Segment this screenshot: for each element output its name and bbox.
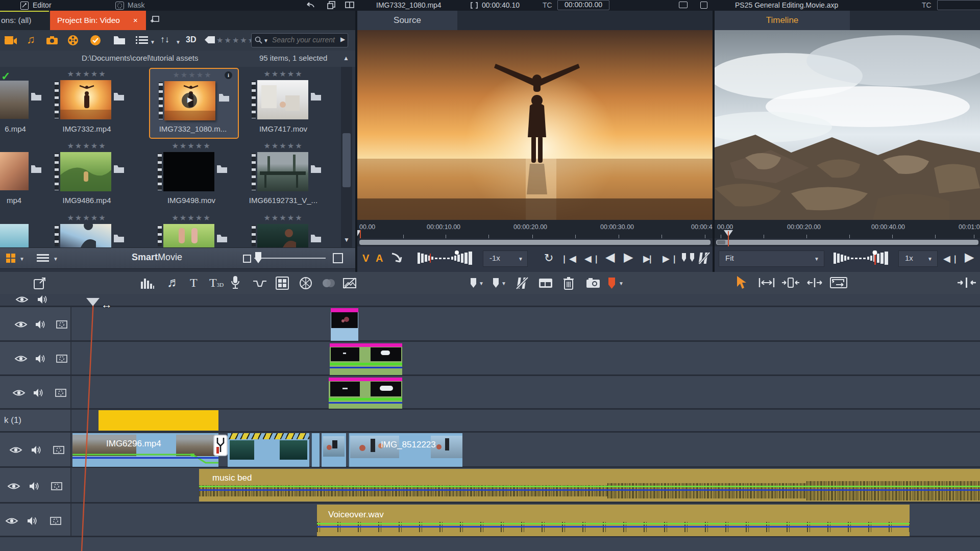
chevron-down-icon[interactable]: ▼ [479, 281, 484, 286]
search-box[interactable]: ▼ ▶ [251, 33, 348, 47]
undock-monitor-icon[interactable] [679, 2, 688, 8]
play-icon[interactable]: ▶ [624, 249, 633, 265]
track-monitor-icon[interactable] [53, 446, 64, 454]
menu-icon[interactable] [37, 254, 49, 262]
bin-item-label[interactable]: IMG9486.mp4 [48, 196, 125, 205]
tab-timeline[interactable]: Timeline [715, 11, 850, 30]
search-scope-dropdown-icon[interactable]: ▼ [263, 38, 268, 43]
movie-reel-icon[interactable] [67, 35, 79, 46]
play-reverse-icon[interactable]: ◀ [605, 249, 615, 265]
timeline-track-1[interactable]: k (1) [0, 410, 980, 433]
marker-out-icon[interactable] [493, 278, 499, 288]
undo-arrow-icon[interactable] [305, 2, 315, 9]
eye-icon[interactable] [5, 517, 18, 525]
video-clip-img6296[interactable]: IMG6296.mp4 [72, 433, 218, 467]
bin-item-thumbnail[interactable] [60, 80, 111, 119]
chevron-down-icon[interactable]: ▼ [619, 281, 624, 286]
bin-item-label[interactable]: IMG7417.mov [245, 124, 322, 133]
track-monitor-icon[interactable] [56, 320, 67, 329]
split-tracks-icon[interactable] [806, 277, 823, 288]
speaker-icon[interactable] [29, 482, 40, 491]
bin-item-thumbnail[interactable] [257, 224, 308, 247]
rating-stars[interactable]: ★★★★★ [158, 141, 225, 151]
eye-icon[interactable] [15, 295, 29, 304]
new-tab-icon[interactable] [150, 15, 159, 23]
rating-stars[interactable]: ★★★★★ [250, 213, 316, 222]
timeline-preview-ruler[interactable]: 00.00 00:00:20.00 00:00:40.00 00:01:0 [715, 220, 980, 238]
export-window-icon[interactable] [34, 277, 46, 289]
speaker-icon[interactable] [31, 445, 42, 455]
magnet-snap-icon[interactable] [958, 277, 976, 288]
volume-line[interactable] [199, 486, 980, 487]
marker-add-icon[interactable] [608, 278, 615, 289]
rating-stars[interactable]: ★★★★★ [250, 69, 316, 79]
rating-stars[interactable]: ★★★★★ [158, 213, 225, 222]
view-dropdown-icon[interactable]: ▼ [19, 256, 24, 262]
timeline-track-music[interactable]: music bed [0, 468, 980, 504]
eye-icon[interactable] [9, 446, 22, 454]
timeline-nav-track[interactable] [0, 294, 980, 307]
list-view-dropdown-icon[interactable]: ▼ [150, 39, 155, 45]
bin-item-thumbnail[interactable]: ▶ [164, 81, 215, 120]
zoom-out-thumb-icon[interactable] [243, 255, 251, 263]
razor-disabled-icon[interactable] [516, 277, 529, 290]
sort-icon[interactable]: ↑↓ [160, 34, 169, 45]
title-tool-icon[interactable]: T [190, 276, 198, 290]
filter-3d-button[interactable]: 3D [186, 35, 196, 44]
speaker-icon[interactable] [27, 516, 38, 525]
video-clip-small[interactable] [322, 433, 346, 467]
timeline-scrollbar-thumb[interactable] [717, 240, 725, 244]
track-monitor-icon[interactable] [50, 517, 61, 525]
sort-dropdown-icon[interactable]: ▼ [176, 39, 181, 45]
volume-keyframe-icon[interactable] [253, 280, 267, 287]
thumbnail-view-icon[interactable] [6, 254, 15, 263]
speaker-icon[interactable] [37, 295, 48, 304]
timeline-track[interactable] [0, 376, 980, 410]
send-to-timeline-icon[interactable] [391, 252, 404, 265]
blur-effect-icon[interactable] [322, 278, 336, 288]
eye-icon[interactable] [12, 389, 26, 397]
selection-tool-icon[interactable] [736, 276, 747, 290]
chevron-down-icon[interactable]: ▼ [501, 281, 506, 286]
bin-item-thumbnail[interactable] [60, 152, 111, 191]
playhead-handle[interactable] [86, 298, 100, 306]
track-monitor-icon[interactable] [51, 482, 62, 490]
bin-item-thumbnail[interactable] [257, 152, 308, 191]
tab-source[interactable]: Source [357, 11, 457, 30]
fullscreen-monitor-icon[interactable] [700, 2, 707, 9]
title-3d-tool-icon[interactable]: T3D [209, 276, 224, 290]
track-monitor-icon[interactable] [56, 355, 67, 363]
scroll-up-icon[interactable]: ▲ [343, 55, 349, 62]
yellow-marker-clip[interactable] [99, 410, 218, 431]
audio-clip-voiceover[interactable]: Voiceover.wav [317, 505, 910, 536]
mark-out-icon[interactable] [690, 253, 694, 262]
microphone-icon[interactable] [231, 276, 240, 290]
source-scrollbar[interactable] [359, 240, 710, 245]
title-clip[interactable] [330, 343, 402, 375]
eye-icon[interactable] [14, 355, 28, 363]
loop-region-icon[interactable] [830, 277, 847, 288]
track-monitor-icon[interactable] [55, 389, 66, 397]
scrub-zoom-widget[interactable] [418, 251, 477, 266]
play-overlay-icon[interactable]: ▶ [182, 93, 197, 108]
scroll-down-icon[interactable]: ▼ [344, 236, 350, 243]
smartmovie-label[interactable]: SmartMovie [132, 252, 182, 263]
menu-dropdown-icon[interactable]: ▼ [53, 256, 58, 262]
bin-item-thumbnail[interactable] [0, 224, 29, 247]
timeline-track-video[interactable]: IMG6296.mp4 IMG_8512223 [0, 433, 980, 468]
frame-back-icon[interactable]: ◀▕ [584, 251, 597, 267]
search-expand-icon[interactable]: ▶ [340, 36, 345, 43]
bin-item-thumbnail[interactable] [163, 152, 214, 191]
video-clip-sliver[interactable] [311, 433, 320, 467]
check-circle-icon[interactable] [90, 35, 101, 46]
skip-end-icon[interactable]: ▶▕ [663, 251, 675, 267]
volume-line[interactable] [317, 523, 910, 524]
timeline-video-frame[interactable] [715, 30, 980, 220]
list-view-icon[interactable] [136, 36, 148, 44]
search-input[interactable] [271, 35, 339, 44]
tab-project-bin[interactable]: Project Bin: Video × [50, 11, 146, 30]
video-clip-icon[interactable] [4, 36, 17, 45]
skip-start-icon[interactable]: ▏◀ [564, 251, 576, 267]
audio-clip-music[interactable]: music bed [199, 469, 980, 502]
timeline-speed-dropdown[interactable]: 1x ▼ [898, 251, 938, 267]
